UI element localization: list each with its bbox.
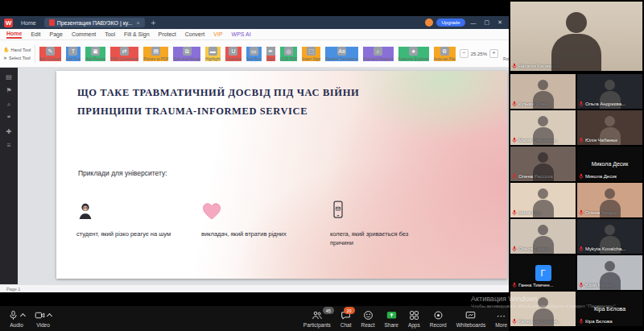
ribbon-tool-button[interactable]: Aя Parallel Translation	[325, 47, 358, 61]
participant-name: Микола Десик	[585, 174, 617, 179]
video-button[interactable]: Video	[30, 306, 56, 331]
account-avatar[interactable]	[425, 19, 433, 27]
close-button[interactable]: ✕	[495, 19, 505, 26]
sidebar-rail-icon[interactable]: ≡	[7, 143, 11, 149]
ribbon-tool-button[interactable]: ⚙ Auto-set File	[434, 47, 456, 61]
mic-muted-icon	[512, 101, 517, 107]
participant-tile[interactable]: Ольга Андрєєва... Ольга Андрєєва...	[577, 74, 642, 109]
sidebar-rail-icon[interactable]: ▤	[6, 74, 12, 81]
minimize-button[interactable]: —	[469, 20, 479, 26]
participant-tile[interactable]: Ірина Куд... Ірина Куд...	[510, 183, 576, 217]
document-canvas[interactable]: ЩО ТАКЕ ТРАВМАТИЧНИЙ ДОСВІД ПІД ЧАС ВІЙН…	[18, 68, 509, 284]
participant-name: Олеся Тукало...	[518, 246, 554, 251]
menu-item[interactable]: Tool	[105, 31, 115, 37]
ribbon-mini-tool[interactable]: ✋ Hand Tool	[3, 47, 31, 52]
participant-tile[interactable]: Кіра Бєлова Кіра Бєлова	[577, 292, 642, 326]
more-dots-icon: ⋯	[497, 312, 506, 320]
tool-icon: ⌕	[374, 47, 382, 56]
ribbon-tool-button[interactable]: ★ Features Explorer	[398, 47, 429, 61]
participants-button[interactable]: 45 Participants	[299, 306, 336, 331]
ribbon-tool-button[interactable]: T Add Text	[66, 47, 81, 61]
participant-name: Наталія Катинська	[518, 64, 560, 68]
sidebar-rail-icon[interactable]: ⚑	[6, 88, 11, 94]
participant-name: Ганна Тимчен...	[518, 283, 554, 288]
participant-tile[interactable]: Mykyta Kovalcha... Mykyta Kovalcha...	[577, 219, 642, 254]
wps-pdf-window: W Home Презентация ПАВУЗКО | ку... × + U…	[0, 16, 509, 292]
tool-icon: ▣	[91, 47, 100, 56]
view-tools: ↻ Rotate All Pages ▥ Read Mode	[503, 47, 509, 61]
participant-tile[interactable]: Олена Теодор... Олена Теодор...	[577, 183, 642, 217]
menu-item[interactable]: Home	[6, 31, 22, 39]
view-tool-button[interactable]: ↻ Rotate All Pages	[503, 47, 509, 61]
chevron-up-icon[interactable]	[20, 313, 26, 319]
mic-muted-icon	[512, 209, 517, 216]
zoom-control: − 25.25% +	[460, 49, 498, 58]
participant-tile[interactable]: Олена Рассоха Олена Рассоха	[510, 147, 576, 181]
participant-name-tag: Олена Теодор...	[579, 209, 621, 216]
zoom-out-button[interactable]: −	[460, 49, 469, 58]
participant-name-tag: Микола Десик	[579, 173, 617, 180]
ribbon-tool-button[interactable]: ✎ Edit Content	[39, 47, 60, 61]
participant-tile[interactable]: Кузьма Олек... Кузьма Олек...	[510, 74, 576, 109]
menu-item[interactable]: Edit	[31, 31, 40, 37]
camera-icon	[35, 310, 45, 321]
tool-icon: U	[229, 47, 237, 56]
meeting-toolbar: Audio Video 45	[0, 306, 515, 331]
menu-item[interactable]: Fill & Sign	[124, 31, 150, 37]
heart-icon	[201, 197, 318, 221]
menu-item[interactable]: Page	[50, 31, 63, 37]
menu-item[interactable]: Comment	[72, 31, 96, 37]
chat-button[interactable]: 20 Chat	[336, 306, 357, 331]
ribbon-tool-button[interactable]: ◎ OCR PDF	[280, 47, 298, 61]
participant-tile[interactable]: Катерина Силенк... Катерина Силенк...	[510, 292, 576, 326]
tab-close-icon[interactable]: ×	[137, 20, 140, 26]
participant-tile[interactable]: Марія Омельчен... Марія Омельчен...	[510, 110, 576, 145]
ribbon-tool-button[interactable]: ⬚ Insert Sign	[302, 47, 320, 61]
tool-icon: T	[68, 47, 77, 56]
ribbon-tool-button[interactable]: ⧉ Split and Merge	[173, 47, 200, 61]
sidebar-rail-icon[interactable]: ❝	[7, 115, 10, 122]
menu-item[interactable]: Protect	[159, 31, 176, 37]
ribbon-tool-button[interactable]: ▤ Picture to PDF	[143, 47, 168, 61]
wps-menu-bar: Home Edit Page Comment Tool Fill & Sign …	[0, 29, 509, 40]
document-tab[interactable]: Презентация ПАВУЗКО | ку... ×	[44, 18, 145, 27]
participant-tile[interactable]: Г Ганна Тимчен... Ганна Тимчен...	[510, 255, 576, 290]
chevron-up-icon[interactable]	[47, 313, 52, 319]
menu-item[interactable]: WPS AI	[232, 31, 251, 37]
smiley-icon	[363, 310, 374, 321]
participant-name-tag: Олена Рассоха	[512, 173, 553, 180]
react-button[interactable]: React	[357, 306, 380, 331]
participant-name-tag: Кіра Бєлова	[579, 318, 613, 325]
record-button[interactable]: Record	[425, 306, 452, 331]
new-tab-button[interactable]: +	[148, 19, 159, 27]
maximize-button[interactable]: ▢	[482, 19, 493, 26]
zoom-in-button[interactable]: +	[489, 49, 498, 58]
ribbon-tool-button[interactable]: ▬ Highlight	[205, 47, 221, 61]
participant-tile[interactable]: Юлія Чабанюк Юлія Чабанюк	[577, 110, 642, 145]
record-icon	[433, 310, 444, 321]
ribbon-tool-button[interactable]: ⇄ PDF Conversion	[110, 47, 138, 61]
menu-item[interactable]: Convert	[185, 31, 205, 37]
home-tab[interactable]: Home	[16, 18, 41, 27]
upgrade-button[interactable]: Upgrade	[436, 19, 464, 27]
ribbon-tool-button[interactable]: ▭ Text Box	[246, 47, 261, 61]
participant-tile[interactable]: Микола Десик Микола Десик	[577, 147, 642, 181]
ribbon-tool-button[interactable]: ⌕ Find and Replace	[363, 47, 394, 61]
ribbon-tool-button[interactable]: ▣ Add Picture	[85, 47, 105, 61]
participant-tile[interactable]: Юрій Матвій... Юрій Матвій...	[577, 255, 642, 290]
sidebar-rail-icon[interactable]: ✚	[6, 129, 12, 135]
menu-item[interactable]: VIP	[213, 31, 222, 37]
participant-tile[interactable]: Олеся Тукало... Олеся Тукало...	[510, 219, 576, 254]
active-speaker-tile[interactable]: Наталія Катинська	[510, 2, 642, 71]
whiteboards-button[interactable]: Whiteboards	[452, 306, 491, 331]
audio-button[interactable]: Audio	[3, 306, 30, 331]
sidebar-rail-icon[interactable]: ⌕	[7, 101, 10, 108]
apps-button[interactable]: Apps	[403, 306, 425, 331]
whiteboard-icon	[465, 310, 476, 321]
ribbon-mini-tool[interactable]: ➤ Select Tool	[3, 55, 31, 60]
share-button[interactable]: Share	[380, 306, 403, 331]
sidebar-rail: ▤ ⚑ ⌕ ❝ ✚ ≡	[0, 68, 18, 284]
ribbon-tool-button[interactable]: ✒ Sign	[266, 47, 275, 61]
ribbon-tool-button[interactable]: U Underline	[225, 47, 242, 61]
participant-name-tag: Юлія Чабанюк	[579, 137, 617, 143]
